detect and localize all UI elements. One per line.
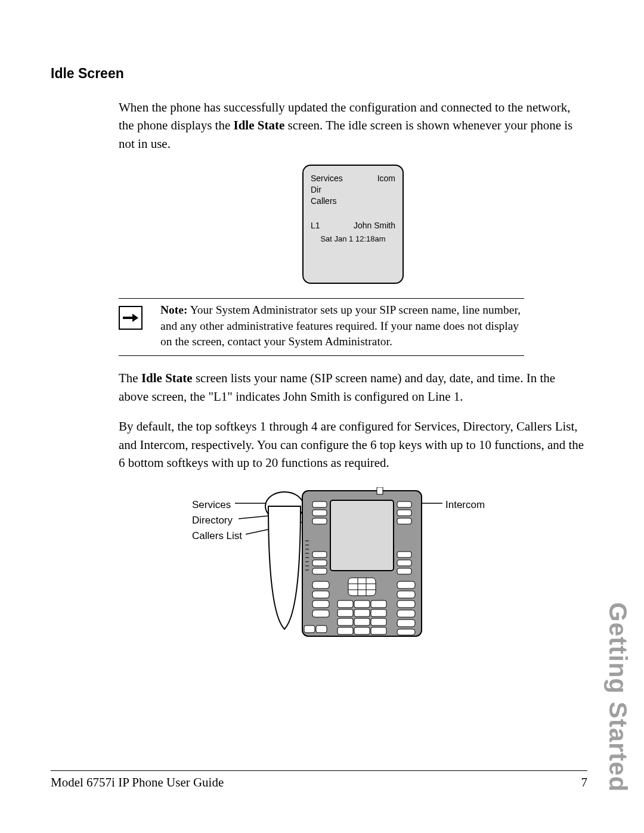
- device-illustration: Services Directory Callers List Intercom: [119, 487, 587, 642]
- svg-rect-56: [304, 625, 315, 633]
- svg-rect-43: [397, 629, 415, 635]
- svg-rect-10: [312, 510, 327, 516]
- label-callers: Callers List: [192, 529, 242, 544]
- note-label: Note:: [160, 304, 187, 316]
- svg-rect-49: [371, 609, 386, 617]
- note-body: Your System Administrator sets up your S…: [160, 304, 521, 348]
- svg-rect-8: [330, 500, 394, 571]
- svg-rect-19: [397, 560, 411, 566]
- note-icon: [119, 306, 143, 330]
- svg-rect-50: [338, 618, 353, 625]
- svg-rect-47: [338, 609, 353, 617]
- svg-rect-14: [397, 518, 411, 524]
- svg-rect-45: [354, 600, 370, 608]
- svg-rect-9: [312, 501, 327, 507]
- svg-rect-29: [348, 578, 376, 596]
- svg-rect-51: [354, 618, 370, 625]
- svg-rect-20: [397, 568, 411, 574]
- lcd-callers: Callers: [311, 196, 395, 207]
- idle-state-term: Idle State: [233, 118, 284, 132]
- lcd-datetime: Sat Jan 1 12:18am: [304, 234, 402, 245]
- note-text: Note: Your System Administrator sets up …: [160, 302, 524, 349]
- label-directory: Directory: [192, 513, 233, 528]
- svg-rect-57: [316, 625, 327, 633]
- label-services: Services: [192, 498, 231, 513]
- svg-rect-35: [312, 591, 329, 598]
- svg-rect-11: [312, 518, 327, 524]
- lcd-name: John Smith: [354, 219, 395, 231]
- note-box: Note: Your System Administrator sets up …: [119, 298, 524, 356]
- svg-rect-39: [397, 591, 415, 598]
- footer-title: Model 6757i IP Phone User Guide: [51, 775, 224, 790]
- svg-rect-34: [312, 581, 329, 589]
- idle-state-term: Idle State: [141, 371, 193, 385]
- svg-rect-48: [354, 609, 370, 617]
- svg-rect-12: [397, 501, 411, 507]
- svg-rect-15: [312, 552, 327, 558]
- footer-rule: [51, 770, 587, 771]
- paragraph-2: The Idle State screen lists your name (S…: [119, 369, 587, 405]
- svg-rect-38: [397, 581, 415, 589]
- svg-rect-40: [397, 600, 415, 608]
- paragraph-3: By default, the top softkeys 1 through 4…: [119, 417, 587, 472]
- svg-rect-54: [354, 627, 370, 634]
- svg-rect-18: [397, 552, 411, 558]
- label-intercom: Intercom: [445, 498, 485, 513]
- svg-rect-13: [397, 510, 411, 516]
- svg-rect-41: [397, 610, 415, 617]
- arrow-right-icon: [123, 313, 138, 323]
- svg-rect-42: [397, 620, 415, 627]
- lcd-dir: Dir: [311, 184, 395, 196]
- lcd-illustration: Services Icom Dir Callers L1 John Smith …: [119, 165, 587, 284]
- svg-rect-55: [371, 627, 386, 634]
- text: The: [119, 371, 141, 385]
- lcd-icom: Icom: [377, 173, 395, 184]
- svg-rect-7: [377, 487, 383, 494]
- svg-rect-46: [371, 600, 386, 608]
- section-heading: Idle Screen: [51, 66, 587, 82]
- svg-rect-53: [338, 627, 353, 634]
- lcd-line: L1: [311, 219, 320, 231]
- phone-lcd: Services Icom Dir Callers L1 John Smith …: [302, 165, 404, 284]
- intro-paragraph: When the phone has successfully updated …: [119, 98, 587, 153]
- svg-rect-16: [312, 560, 327, 566]
- svg-rect-52: [371, 618, 386, 625]
- chapter-tab: Getting Started: [603, 602, 632, 792]
- svg-rect-37: [312, 610, 329, 617]
- page-footer: Model 6757i IP Phone User Guide 7: [51, 775, 587, 790]
- lcd-services: Services: [311, 173, 343, 184]
- svg-rect-44: [338, 600, 353, 608]
- svg-rect-17: [312, 568, 327, 574]
- page-number: 7: [581, 775, 588, 790]
- svg-rect-36: [312, 600, 329, 608]
